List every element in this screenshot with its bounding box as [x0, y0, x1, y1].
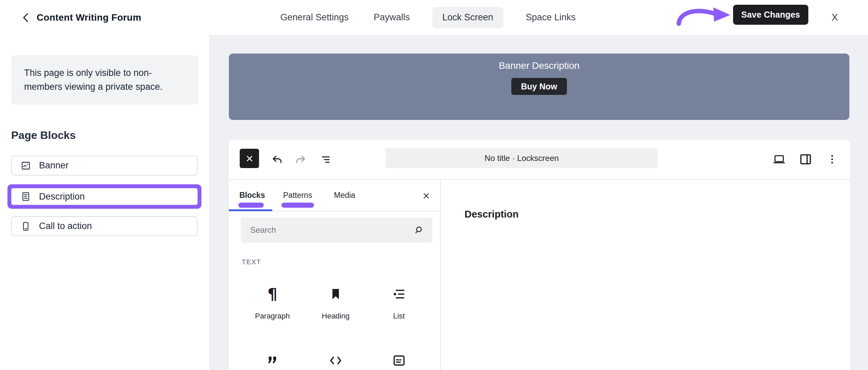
block-paragraph[interactable]: ¶ Paragraph — [241, 274, 304, 332]
active-tab-indicator — [229, 209, 272, 211]
redo-button[interactable] — [294, 153, 308, 166]
back-button[interactable] — [21, 0, 31, 35]
tab-paywalls[interactable]: Paywalls — [371, 7, 413, 28]
blocks-underline-annotation — [238, 203, 264, 208]
kebab-menu-icon — [825, 152, 839, 166]
page-blocks-heading: Page Blocks — [11, 129, 76, 142]
buy-now-button[interactable]: Buy Now — [511, 78, 567, 95]
close-icon[interactable]: X — [826, 0, 843, 35]
block-preformatted[interactable]: Preformatted — [367, 340, 431, 370]
editor-toolbar: No title · Lockscreen — [229, 140, 850, 180]
patterns-underline-annotation — [281, 203, 314, 208]
block-heading[interactable]: Heading — [304, 274, 368, 332]
block-inserter-panel: Blocks Patterns Media TEXT — [229, 180, 441, 370]
description-highlight-annotation: Description — [7, 184, 201, 209]
image-icon — [20, 160, 31, 171]
sidebar-item-label: Banner — [39, 160, 68, 171]
block-list[interactable]: List — [367, 274, 431, 332]
block-grid: ¶ Paragraph Heading List — [241, 274, 431, 370]
preview-button[interactable] — [771, 151, 787, 167]
banner-preview: Banner Description Buy Now — [229, 54, 849, 120]
visibility-notice: This page is only visible to non-members… — [11, 55, 198, 105]
save-changes-button[interactable]: Save Changes — [733, 5, 808, 25]
close-icon — [245, 154, 254, 163]
options-menu-button[interactable] — [824, 151, 840, 167]
sidebar-item-label: Description — [39, 191, 85, 202]
arrow-annotation-icon — [675, 4, 732, 28]
settings-tabs: General Settings Paywalls Lock Screen Sp… — [278, 0, 578, 35]
block-editor: No title · Lockscreen — [229, 140, 850, 370]
code-icon — [328, 353, 343, 368]
close-icon — [422, 191, 431, 200]
close-inserter-button[interactable] — [240, 149, 259, 168]
banner-description-text: Banner Description — [499, 60, 579, 71]
sidebar-item-call-to-action[interactable]: Call to action — [11, 216, 198, 236]
sidebar-item-description[interactable]: Description — [11, 188, 198, 205]
tab-space-links[interactable]: Space Links — [523, 7, 578, 28]
search-input[interactable] — [241, 225, 413, 235]
laptop-icon — [772, 152, 786, 166]
settings-sidebar-toggle[interactable] — [798, 151, 813, 167]
header: Content Writing Forum General Settings P… — [0, 0, 868, 35]
tab-general-settings[interactable]: General Settings — [278, 7, 351, 28]
list-view-button[interactable] — [319, 153, 333, 166]
tab-lock-screen[interactable]: Lock Screen — [432, 7, 504, 28]
block-quote[interactable]: Quote — [241, 340, 304, 370]
block-search — [241, 218, 432, 243]
preformatted-icon — [391, 353, 407, 368]
sidebar-item-banner[interactable]: Banner — [11, 156, 198, 176]
sidebar-item-label: Call to action — [39, 221, 92, 231]
undo-icon — [271, 153, 283, 166]
undo-button[interactable] — [270, 153, 284, 166]
quote-icon — [264, 353, 280, 368]
paragraph-icon: ¶ — [268, 286, 277, 302]
text-section-label: TEXT — [242, 258, 261, 266]
document-icon — [20, 191, 31, 202]
page-title: Content Writing Forum — [37, 0, 141, 35]
list-view-icon — [319, 153, 332, 166]
chevron-left-icon — [21, 12, 31, 23]
description-block-text[interactable]: Description — [465, 209, 519, 220]
inserter-tabs: Blocks Patterns Media — [229, 180, 440, 211]
block-code[interactable]: Code — [304, 340, 368, 370]
sidebar: This page is only visible to non-members… — [0, 35, 210, 370]
sidebar-toggle-icon — [798, 152, 813, 166]
phone-icon — [20, 221, 31, 232]
search-icon — [413, 225, 424, 235]
document-title-bar[interactable]: No title · Lockscreen — [386, 148, 658, 168]
editor-canvas[interactable]: Description — [441, 180, 850, 370]
toolbar-right-group — [771, 151, 840, 167]
lock-screen-settings-page: Content Writing Forum General Settings P… — [0, 0, 868, 370]
tab-media[interactable]: Media — [334, 180, 355, 211]
heading-icon — [328, 286, 343, 302]
list-icon — [391, 286, 407, 302]
close-inserter-panel-button[interactable] — [419, 188, 434, 203]
redo-icon — [294, 153, 307, 166]
